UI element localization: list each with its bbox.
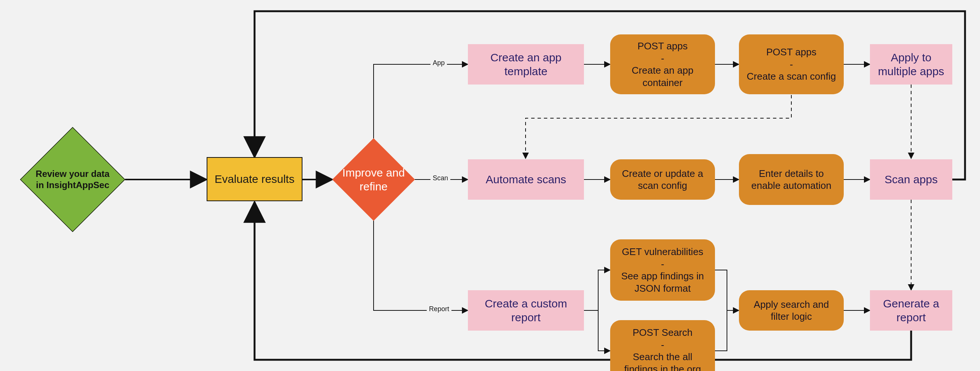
label-automate-scans: Automate scans	[485, 173, 566, 187]
label-post-apps-container: POST apps - Create an app container	[616, 40, 710, 89]
node-evaluate-results: Evaluate results	[207, 157, 302, 201]
edge-label-report: Report	[427, 305, 452, 313]
node-generate-report: Generate a report	[870, 290, 952, 331]
node-review-data: Review your data in InsightAppSec	[20, 127, 125, 232]
label-post-search: POST Search - Search the all findings in…	[616, 327, 710, 371]
node-post-search: POST Search - Search the all findings in…	[610, 320, 715, 371]
node-create-custom-report: Create a custom report	[468, 290, 584, 331]
label-scan-apps: Scan apps	[885, 173, 938, 187]
node-get-vulnerabilities: GET vulnerabilities - See app findings i…	[610, 239, 715, 301]
node-create-app-template: Create an app template	[468, 44, 584, 84]
node-post-apps-container: POST apps - Create an app container	[610, 35, 715, 94]
node-automate-scans: Automate scans	[468, 159, 584, 200]
label-improve-refine: Improve and refine	[340, 166, 407, 194]
label-evaluate-results: Evaluate results	[215, 172, 294, 186]
edge-label-scan: Scan	[431, 174, 450, 182]
label-create-custom-report: Create a custom report	[473, 296, 579, 325]
label-generate-report: Generate a report	[875, 296, 947, 325]
node-enter-details-automation: Enter details to enable automation	[739, 154, 844, 205]
label-post-apps-scanconfig: POST apps - Create a scan config	[747, 46, 836, 82]
node-create-update-scan-config: Create or update a scan config	[610, 159, 715, 200]
label-get-vulnerabilities: GET vulnerabilities - See app findings i…	[616, 246, 710, 294]
node-apply-search-filter: Apply search and filter logic	[739, 290, 844, 331]
workflow-diagram: Review your data in InsightAppSec Evalua…	[0, 0, 980, 371]
node-apply-multiple-apps: Apply to multiple apps	[870, 44, 952, 84]
label-apply-search-filter: Apply search and filter logic	[744, 298, 838, 323]
label-apply-multiple-apps: Apply to multiple apps	[875, 51, 947, 79]
edge-label-app: App	[431, 59, 447, 67]
label-enter-details-automation: Enter details to enable automation	[744, 168, 838, 192]
label-review-data: Review your data in InsightAppSec	[32, 168, 114, 191]
node-improve-refine: Improve and refine	[332, 138, 415, 220]
label-create-app-template: Create an app template	[473, 51, 579, 79]
node-scan-apps: Scan apps	[870, 159, 952, 200]
node-post-apps-scanconfig: POST apps - Create a scan config	[739, 35, 844, 94]
label-create-update-scan-config: Create or update a scan config	[616, 168, 710, 192]
